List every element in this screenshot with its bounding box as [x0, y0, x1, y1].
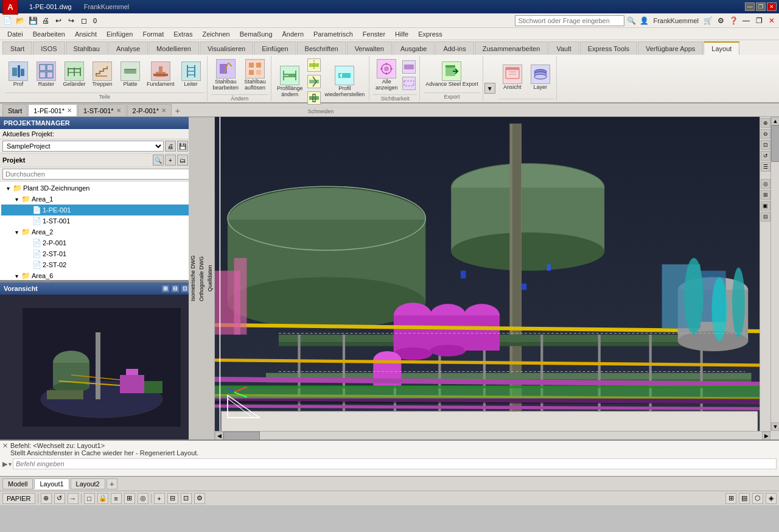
ribbon-btn-advance-steel-export[interactable]: Advance Steel Export: [424, 60, 480, 89]
ribbon-btn-sicht-sm2[interactable]: [401, 75, 417, 91]
tab-ausgabe[interactable]: Ausgabe: [393, 41, 435, 55]
ribbon-btn-schneiden-sm1[interactable]: [306, 57, 322, 73]
user-icon[interactable]: 👤: [638, 15, 650, 27]
qa-print-button[interactable]: 🖨: [40, 15, 52, 27]
ribbon-btn-ansicht[interactable]: Ansicht: [499, 63, 526, 93]
project-search-icon-btn[interactable]: 🔍: [153, 155, 164, 166]
ribbon-btn-stahlbau-aufloesen[interactable]: Stahlbauauflösen: [242, 57, 268, 93]
qa-redo-button[interactable]: ↪: [65, 15, 77, 27]
menu-extras[interactable]: Extras: [169, 28, 197, 40]
project-search-input[interactable]: [2, 169, 189, 180]
menu-datei[interactable]: Datei: [2, 28, 28, 40]
side-tab-quelldaten[interactable]: Quelldaten: [206, 117, 214, 439]
project-select[interactable]: SampleProject: [2, 141, 164, 152]
rt-btn-9[interactable]: ⊟: [761, 212, 770, 222]
doc-tab-start[interactable]: Start: [2, 104, 27, 116]
status-view-icon[interactable]: ▤: [739, 493, 750, 504]
side-tab-orthogonale[interactable]: Orthogonale DWG: [197, 117, 206, 439]
tree-toggle-area1[interactable]: ▾: [12, 196, 21, 203]
tab-verfuegbare-apps[interactable]: Verfügbare Apps: [638, 41, 703, 55]
app-restore-button[interactable]: ❐: [753, 15, 765, 27]
tab-addins[interactable]: Add-ins: [435, 41, 473, 55]
tab-analyse[interactable]: Analyse: [108, 41, 148, 55]
tree-toggle-area6[interactable]: ▾: [12, 273, 21, 279]
status-snap-icon[interactable]: □: [84, 493, 95, 504]
doc-tab-1pe001-close[interactable]: ✕: [67, 107, 72, 114]
rt-btn-7[interactable]: ⊞: [761, 190, 770, 200]
tab-beschriften[interactable]: Beschriften: [297, 41, 346, 55]
ribbon-btn-sicht-sm1[interactable]: [401, 59, 417, 75]
ribbon-btn-fundament[interactable]: Fundament: [145, 60, 176, 89]
status-gear-icon[interactable]: ⚙: [194, 493, 205, 504]
ribbon-btn-schneiden-sm3[interactable]: [306, 90, 322, 106]
qa-new-button[interactable]: 📄: [1, 15, 13, 27]
tree-node-area6[interactable]: ▾ 📁 Area_6: [1, 270, 201, 280]
ribbon-btn-raster[interactable]: Raster: [33, 60, 60, 89]
tab-stahlbau[interactable]: Stahlbau: [66, 41, 108, 55]
menu-hilfe[interactable]: Hilfe: [390, 28, 413, 40]
search-input[interactable]: [515, 15, 624, 26]
status-ortho-icon[interactable]: ◎: [138, 493, 148, 504]
ribbon-btn-treppen[interactable]: Treppen: [89, 60, 116, 89]
tab-verwalten[interactable]: Verwalten: [347, 41, 392, 55]
rt-btn-2[interactable]: ⊖: [761, 129, 770, 139]
tab-zusammenarbeiten[interactable]: Zusammenarbeiten: [475, 41, 548, 55]
ribbon-btn-schneiden-sm2[interactable]: [306, 74, 322, 89]
tree-node-1st001[interactable]: 📄 1-ST-001: [1, 215, 201, 226]
side-tab-isometrische[interactable]: Isometrische DWG: [189, 117, 197, 439]
menu-parametrisch[interactable]: Parametrisch: [309, 28, 358, 40]
tab-isos[interactable]: ISOS: [33, 41, 65, 55]
status-layout-icon[interactable]: ⊞: [725, 493, 736, 504]
tree-node-area1[interactable]: ▾ 📁 Area_1: [1, 194, 201, 205]
menu-bearbeiten[interactable]: Bearbeiten: [28, 28, 70, 40]
qa-undo-button[interactable]: ↩: [52, 15, 65, 27]
status-rotate-icon[interactable]: ↺: [54, 493, 65, 504]
app-close-button[interactable]: ✕: [766, 15, 778, 27]
preview-btn2[interactable]: ⊟: [171, 284, 180, 293]
menu-bemabung[interactable]: Bemaßung: [235, 28, 278, 40]
tree-node-2p001[interactable]: 📄 2-P-001: [1, 237, 201, 248]
tab-modellieren[interactable]: Modellieren: [148, 41, 199, 55]
status-coord-icon[interactable]: ⊕: [41, 493, 52, 504]
cmd-close-btn[interactable]: ✕: [2, 442, 8, 450]
doc-tab-1st001-close[interactable]: ✕: [116, 107, 121, 114]
tab-start[interactable]: Start: [2, 41, 32, 55]
menu-einfuegen[interactable]: Einfügen: [102, 28, 138, 40]
menu-aendern[interactable]: Ändern: [278, 28, 309, 40]
status-3d-icon[interactable]: ⬡: [752, 493, 763, 504]
qa-square-button[interactable]: ◻: [78, 15, 90, 27]
status-render-icon[interactable]: ◈: [766, 493, 777, 504]
tab-layout[interactable]: Layout: [704, 41, 739, 55]
project-print-button[interactable]: 🖨: [165, 141, 176, 152]
tab-visualisieren[interactable]: Visualisieren: [200, 41, 253, 55]
ribbon-btn-alle-anzeigen[interactable]: Alleanzeigen: [373, 57, 400, 93]
ribbon-btn-profillaenge[interactable]: Profillängeändern: [275, 64, 305, 100]
ribbon-expand-button[interactable]: ▼: [484, 83, 495, 94]
qa-open-button[interactable]: 📂: [14, 15, 26, 27]
qa-save-button[interactable]: 💾: [27, 15, 39, 27]
preview-btn3[interactable]: ⊡: [181, 284, 189, 293]
tree-node-root[interactable]: ▾ 📁 Plant 3D-Zeichnungen: [1, 183, 201, 194]
cmd-input[interactable]: [13, 458, 777, 469]
menu-express[interactable]: Express: [413, 28, 447, 40]
doc-tab-1pe001[interactable]: 1-PE-001* ✕: [28, 104, 77, 116]
tree-node-2st01[interactable]: 📄 2-ST-01: [1, 248, 201, 259]
rt-btn-3[interactable]: ⊡: [761, 140, 770, 150]
app-minimize-button[interactable]: —: [740, 15, 752, 27]
menu-zeichnen[interactable]: Zeichnen: [197, 28, 234, 40]
tree-node-1pe001[interactable]: 📄 1-PE-001: [1, 205, 201, 215]
tree-node-2st02[interactable]: 📄 2-ST-02: [1, 259, 201, 270]
project-tb2[interactable]: 🗂: [177, 155, 188, 166]
tree-toggle-root[interactable]: ▾: [4, 185, 12, 192]
ribbon-btn-stahlbau-bearbeiten[interactable]: Stahlbaubearbeiten: [211, 57, 241, 93]
ribbon-btn-layer[interactable]: Layer: [527, 63, 554, 93]
rt-btn-1[interactable]: ⊕: [761, 118, 770, 128]
tree-node-area2[interactable]: ▾ 📁 Area_2: [1, 226, 201, 237]
doc-tab-2p001-close[interactable]: ✕: [161, 107, 166, 114]
scroll-thumb-h[interactable]: [223, 432, 260, 439]
status-grid-icon[interactable]: ≡: [111, 493, 122, 504]
menu-format[interactable]: Format: [138, 28, 169, 40]
ribbon-btn-platte[interactable]: Platte: [117, 60, 144, 89]
search-button[interactable]: 🔍: [625, 15, 637, 27]
status-minus-icon[interactable]: ⊟: [167, 493, 178, 504]
